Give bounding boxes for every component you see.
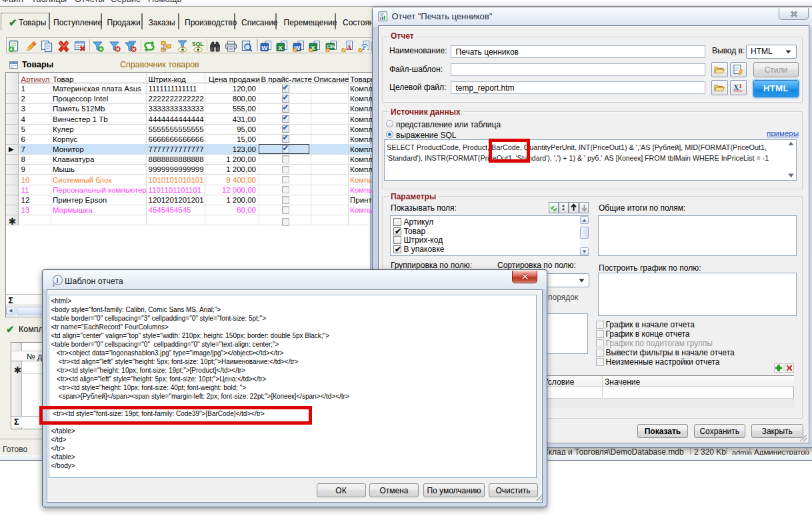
svg-text:W: W [261, 43, 267, 51]
svg-text:X: X [278, 43, 283, 51]
svg-text:A: A [347, 44, 352, 51]
svg-text:SQL: SQL [192, 41, 203, 47]
svg-text:CSV: CSV [327, 44, 336, 49]
svg-text:1: 1 [739, 83, 741, 89]
svg-text:i: i [57, 276, 59, 284]
